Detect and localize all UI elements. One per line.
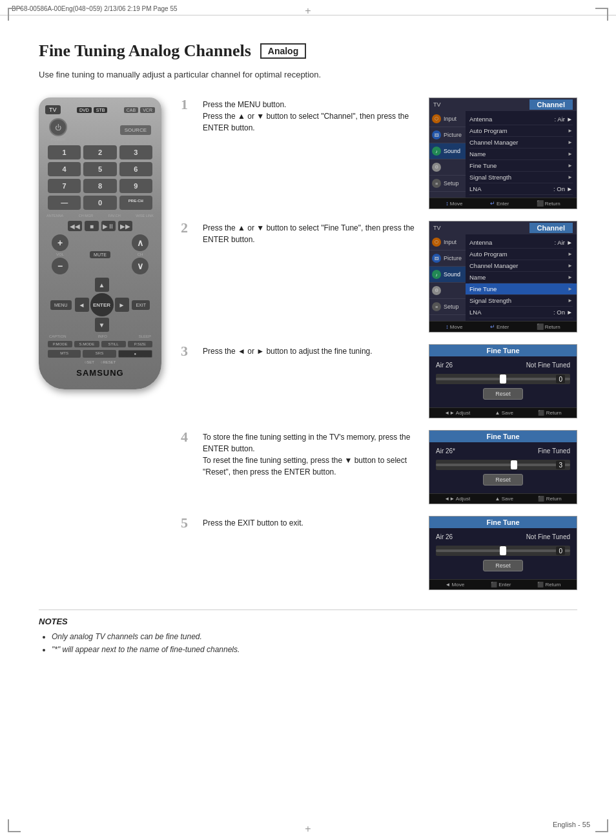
smode-btn[interactable]: S.MODE bbox=[74, 341, 99, 347]
corner-decoration-bl bbox=[8, 819, 21, 832]
subtitle: Use fine tuning to manually adjust a par… bbox=[39, 70, 577, 79]
notes-section: NOTES Only analog TV channels can be fin… bbox=[39, 610, 577, 657]
menu-row-antenna-2: Antenna : Air ► bbox=[469, 237, 573, 249]
remote-stb-btn[interactable]: STB bbox=[94, 107, 108, 113]
num-8-btn[interactable]: 8 bbox=[83, 179, 116, 193]
psize-btn[interactable]: P.SIZE bbox=[128, 341, 152, 347]
setup-icon: ≡ bbox=[432, 179, 441, 188]
reset-button-4[interactable]: Reset bbox=[483, 474, 523, 486]
mute-btn[interactable]: MUTE bbox=[90, 251, 110, 258]
nav-left-btn[interactable]: ◄ bbox=[75, 298, 89, 312]
fine-tune-slider-4: 3 bbox=[436, 460, 570, 470]
menu-row-finetune-1: Fine Tune ► bbox=[469, 160, 573, 172]
pmode-btn[interactable]: P.MODE bbox=[48, 341, 72, 347]
feature-icon-2: ⚙ bbox=[432, 286, 441, 295]
stop-btn[interactable]: ■ bbox=[85, 221, 99, 231]
fine-tune-slider-5: 0 bbox=[436, 546, 570, 556]
fine-tune-body-4: Air 26* Fine Tuned 3 Reset bbox=[429, 442, 577, 493]
menu-row-lna-2: LNA : On ► bbox=[469, 307, 573, 318]
ch-mgr-text-2: Channel Manager bbox=[469, 262, 518, 269]
signal-arrow-2: ► bbox=[568, 298, 573, 303]
step-2-panel: TV Channel ⬡ Input 🖼 bbox=[429, 221, 577, 333]
exit-btn[interactable]: EXIT bbox=[132, 300, 150, 310]
enter-btn[interactable]: ENTER bbox=[90, 293, 114, 316]
nav-up-btn[interactable]: ▲ bbox=[95, 278, 109, 292]
footer-enter-2: ↵ Enter bbox=[490, 323, 509, 330]
page-number: English - 55 bbox=[553, 821, 590, 828]
ch-up-btn[interactable]: ∧ bbox=[132, 234, 149, 251]
srs-btn[interactable]: SRS bbox=[83, 350, 116, 358]
ch-mgr-label: CH MGR bbox=[79, 214, 93, 218]
fine-tune-panel-4: Fine Tune Air 26* Fine Tuned 3 bbox=[429, 430, 577, 504]
num-dash-btn[interactable]: — bbox=[48, 196, 81, 210]
set-label: ○SET bbox=[85, 360, 94, 364]
remote-tv-btn[interactable]: TV bbox=[45, 105, 61, 114]
channel-header-1: Channel bbox=[529, 99, 573, 110]
pre-ch-btn[interactable]: PRE-CH bbox=[119, 196, 152, 210]
title-row: Fine Tuning Analog Channels Analog bbox=[39, 41, 577, 61]
fine-tune-reset-row-4: Reset bbox=[436, 474, 570, 486]
step-4-num: 4 bbox=[181, 430, 195, 444]
picture-label-2: Picture bbox=[444, 255, 462, 261]
antenna-label: ANTENNA bbox=[46, 214, 63, 218]
notes-title: NOTES bbox=[39, 617, 577, 626]
play-pause-btn[interactable]: ▶⏸ bbox=[101, 221, 116, 231]
sleep-label: SLEEP bbox=[139, 334, 151, 338]
num-4-btn[interactable]: 4 bbox=[48, 162, 81, 176]
remote-dvd-btn[interactable]: DVD bbox=[77, 107, 92, 113]
footer-return-3: ⬛ Return bbox=[538, 410, 561, 416]
rec-btn[interactable]: ● bbox=[118, 350, 152, 358]
step-4-text: To store the fine tuning setting in the … bbox=[203, 430, 421, 478]
rew-btn[interactable]: ◀◀ bbox=[68, 221, 82, 231]
input-icon-2: ⬡ bbox=[432, 238, 441, 247]
finetune-text-1: Fine Tune bbox=[469, 162, 497, 169]
ch-label: CH bbox=[138, 252, 143, 256]
fine-tune-value-5: 0 bbox=[556, 547, 565, 555]
num-9-btn[interactable]: 9 bbox=[119, 179, 152, 193]
vol-label: VOL bbox=[56, 252, 64, 256]
num-2-btn[interactable]: 2 bbox=[83, 145, 116, 159]
menu-row-antenna-1: Antenna : Air ► bbox=[469, 114, 573, 125]
menu-btn[interactable]: MENU bbox=[50, 300, 72, 310]
tv-main-1: Antenna : Air ► Auto Program ► Channel M… bbox=[466, 111, 577, 198]
num-0-btn[interactable]: 0 bbox=[83, 196, 116, 210]
step-1: 1 Press the MENU button. Press the ▲ or … bbox=[181, 97, 577, 209]
still-btn[interactable]: STILL bbox=[101, 341, 126, 347]
remote-cab-btn[interactable]: CAB bbox=[124, 107, 138, 113]
slider-thumb-5 bbox=[500, 546, 506, 555]
slider-track-4 bbox=[436, 464, 570, 466]
input-icon: ⬡ bbox=[432, 114, 441, 123]
vol-up-btn[interactable]: + bbox=[52, 234, 68, 251]
power-button[interactable]: ⏻ bbox=[49, 118, 67, 136]
ff-btn[interactable]: ▶▶ bbox=[118, 221, 132, 231]
remote-top-row: TV DVD STB CAB VCR bbox=[45, 105, 155, 114]
page-title: Fine Tuning Analog Channels bbox=[39, 41, 251, 61]
step-5-panel: Fine Tune Air 26 Not Fine Tuned 0 bbox=[429, 516, 577, 590]
remote-nav-labels: ANTENNA CH MGR FAV.CH WISE LINK bbox=[45, 214, 155, 218]
num-3-btn[interactable]: 3 bbox=[119, 145, 152, 159]
step-3: 3 Press the ◄ or ► button to adjust the … bbox=[181, 344, 577, 418]
nav-right-btn[interactable]: ► bbox=[115, 298, 129, 312]
source-button[interactable]: SOURCE bbox=[120, 125, 151, 135]
sidebar-feature: ⚙ bbox=[429, 159, 466, 176]
num-5-btn[interactable]: 5 bbox=[83, 162, 116, 176]
input-label: Input bbox=[444, 116, 457, 122]
num-1-btn[interactable]: 1 bbox=[48, 145, 81, 159]
move-icon-2: ↕ bbox=[446, 323, 449, 330]
reset-button-5[interactable]: Reset bbox=[483, 560, 523, 571]
tv-channel-panel-1: TV Channel ⬡ Input 🖼 bbox=[429, 97, 577, 209]
mts-btn[interactable]: MTS bbox=[48, 350, 81, 358]
step-2-text: Press the ▲ or ▼ button to select "Fine … bbox=[203, 221, 421, 245]
center-cross-bottom: + bbox=[305, 823, 311, 835]
reset-button-3[interactable]: Reset bbox=[483, 388, 523, 400]
header-text: BP68-00586A-00Eng(048~059) 2/13/06 2:19 … bbox=[12, 5, 178, 12]
name-arrow-2: ► bbox=[568, 274, 573, 280]
ch-down-btn[interactable]: ∨ bbox=[132, 258, 149, 274]
num-6-btn[interactable]: 6 bbox=[119, 162, 152, 176]
vol-down-btn[interactable]: − bbox=[52, 258, 68, 274]
nav-down-btn[interactable]: ▼ bbox=[95, 318, 109, 332]
step-3-panel: Fine Tune Air 26 Not Fine Tuned 0 bbox=[429, 344, 577, 418]
remote-vcr-btn[interactable]: VCR bbox=[140, 107, 155, 113]
num-7-btn[interactable]: 7 bbox=[48, 179, 81, 193]
sidebar-feature-2: ⚙ bbox=[429, 283, 466, 299]
